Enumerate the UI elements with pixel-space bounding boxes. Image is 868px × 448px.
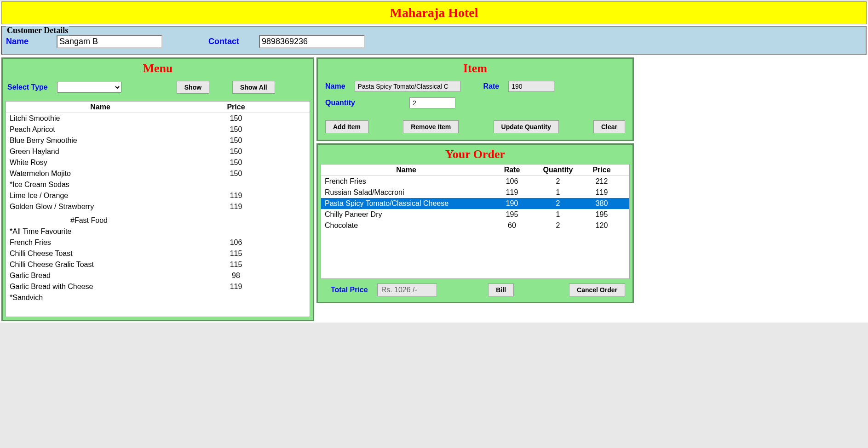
menu-cell-name: Peach Apricot: [6, 124, 195, 135]
menu-cell-name: Chilli Cheese Gralic Toast: [6, 259, 195, 270]
order-cell-name: Chocolate: [321, 220, 491, 231]
order-cell-rate: 195: [491, 209, 533, 220]
show-all-button[interactable]: Show All: [232, 81, 275, 94]
menu-row[interactable]: Peach Apricot150: [6, 124, 310, 135]
order-cell-rate: 119: [491, 187, 533, 198]
menu-cell-name: French Fries: [6, 237, 195, 248]
order-cell-rate: 190: [491, 198, 533, 209]
order-cell-quantity: 2: [533, 220, 583, 231]
menu-cell-name: White Rosy: [6, 157, 195, 168]
order-grid[interactable]: Name Rate Quantity Price French Fries106…: [321, 164, 630, 279]
menu-row[interactable]: French Fries106: [6, 237, 310, 248]
menu-cell-price: 150: [195, 168, 277, 179]
menu-row[interactable]: #Fast Food: [6, 215, 310, 226]
menu-row[interactable]: Blue Berry Smoothie150: [6, 135, 310, 146]
menu-row[interactable]: Chilli Cheese Gralic Toast115: [6, 259, 310, 270]
menu-row[interactable]: Golden Glow / Strawberry119: [6, 201, 310, 212]
menu-panel: Menu Select Type Show Show All Name Pric…: [1, 57, 314, 321]
item-quantity-input[interactable]: [409, 97, 455, 108]
order-cell-quantity: 1: [533, 209, 583, 220]
order-cell-name: Pasta Spicy Tomato/Classical Cheese: [321, 198, 491, 209]
menu-row[interactable]: Green Hayland150: [6, 146, 310, 157]
menu-cell-name: *All Time Favourite: [6, 226, 195, 237]
menu-cell-price: [195, 292, 277, 303]
show-button[interactable]: Show: [177, 81, 209, 94]
menu-title: Menu: [6, 62, 310, 75]
order-header-rate: Rate: [491, 164, 533, 176]
bill-button[interactable]: Bill: [488, 284, 514, 296]
update-quantity-button[interactable]: Update Quantity: [494, 120, 559, 133]
customer-name-label: Name: [6, 37, 47, 46]
menu-grid-header: Name Price: [6, 102, 310, 113]
menu-cell-name: Litchi Smoothie: [6, 113, 195, 124]
cancel-order-button[interactable]: Cancel Order: [569, 284, 625, 296]
menu-row[interactable]: Chilli Cheese Toast115: [6, 248, 310, 259]
menu-cell-name: *Sandvich: [6, 292, 195, 303]
total-price-value: Rs. 1026 /-: [377, 284, 437, 296]
menu-cell-name: Golden Glow / Strawberry: [6, 201, 195, 212]
order-cell-quantity: 2: [533, 198, 583, 209]
menu-cell-price: 98: [195, 270, 277, 281]
menu-row[interactable]: *Sandvich: [6, 292, 310, 303]
order-row[interactable]: Chocolate602120: [321, 220, 629, 231]
item-name-value: Pasta Spicy Tomato/Classical C: [355, 81, 460, 92]
add-item-button[interactable]: Add Item: [325, 120, 368, 133]
select-type-combo[interactable]: [57, 82, 121, 93]
item-quantity-label: Quantity: [325, 99, 355, 107]
menu-cell-name: Chilli Cheese Toast: [6, 248, 195, 259]
menu-cell-name: #Fast Food: [6, 215, 195, 226]
app-header: Maharaja Hotel: [1, 1, 867, 24]
menu-header-name: Name: [6, 102, 195, 113]
order-cell-name: French Fries: [321, 176, 491, 187]
menu-cell-name: Garlic Bread with Cheese: [6, 281, 195, 292]
order-row[interactable]: Russian Salad/Maccroni1191119: [321, 187, 629, 198]
customer-name-input[interactable]: [57, 35, 162, 48]
order-row[interactable]: Chilly Paneer Dry1951195: [321, 209, 629, 220]
app-title: Maharaja Hotel: [6, 6, 862, 20]
customer-contact-input[interactable]: [259, 35, 365, 48]
menu-cell-name: Lime Ice / Orange: [6, 190, 195, 201]
remove-item-button[interactable]: Remove Item: [403, 120, 459, 133]
order-row[interactable]: French Fries1062212: [321, 176, 629, 187]
menu-cell-price: 150: [195, 157, 277, 168]
customer-legend: Customer Details: [6, 26, 69, 35]
menu-cell-name: Garlic Bread: [6, 270, 195, 281]
menu-cell-price: 119: [195, 201, 277, 212]
menu-row[interactable]: White Rosy150: [6, 157, 310, 168]
menu-row[interactable]: Garlic Bread with Cheese119: [6, 281, 310, 292]
menu-row[interactable]: Lime Ice / Orange119: [6, 190, 310, 201]
menu-cell-price: 115: [195, 248, 277, 259]
menu-cell-name: *Ice Cream Sodas: [6, 179, 195, 190]
item-rate-label: Rate: [483, 82, 500, 91]
order-title: Your Order: [321, 147, 630, 161]
order-cell-rate: 60: [491, 220, 533, 231]
clear-button[interactable]: Clear: [593, 120, 625, 133]
menu-row[interactable]: Litchi Smoothie150: [6, 113, 310, 124]
menu-header-price: Price: [195, 102, 277, 113]
order-cell-rate: 106: [491, 176, 533, 187]
order-cell-price: 195: [583, 209, 620, 220]
menu-grid[interactable]: Name Price Litchi Smoothie150Peach Apric…: [6, 101, 310, 317]
menu-row[interactable]: Watermelon Mojito150: [6, 168, 310, 179]
menu-cell-price: 115: [195, 259, 277, 270]
menu-cell-price: 150: [195, 135, 277, 146]
menu-row[interactable]: *All Time Favourite: [6, 226, 310, 237]
order-cell-price: 380: [583, 198, 620, 209]
order-cell-quantity: 1: [533, 187, 583, 198]
order-cell-quantity: 2: [533, 176, 583, 187]
menu-row[interactable]: Garlic Bread98: [6, 270, 310, 281]
order-cell-price: 119: [583, 187, 620, 198]
item-panel: Item Name Pasta Spicy Tomato/Classical C…: [316, 57, 634, 141]
menu-cell-name: Blue Berry Smoothie: [6, 135, 195, 146]
order-cell-price: 120: [583, 220, 620, 231]
menu-cell-price: 150: [195, 124, 277, 135]
menu-cell-price: 119: [195, 190, 277, 201]
order-header-quantity: Quantity: [533, 164, 583, 176]
order-row[interactable]: Pasta Spicy Tomato/Classical Cheese19023…: [321, 198, 629, 209]
customer-contact-label: Contact: [208, 37, 250, 46]
menu-row[interactable]: *Ice Cream Sodas: [6, 179, 310, 190]
menu-cell-price: 119: [195, 281, 277, 292]
item-name-label: Name: [325, 82, 345, 91]
menu-cell-price: 150: [195, 146, 277, 157]
menu-cell-name: Green Hayland: [6, 146, 195, 157]
